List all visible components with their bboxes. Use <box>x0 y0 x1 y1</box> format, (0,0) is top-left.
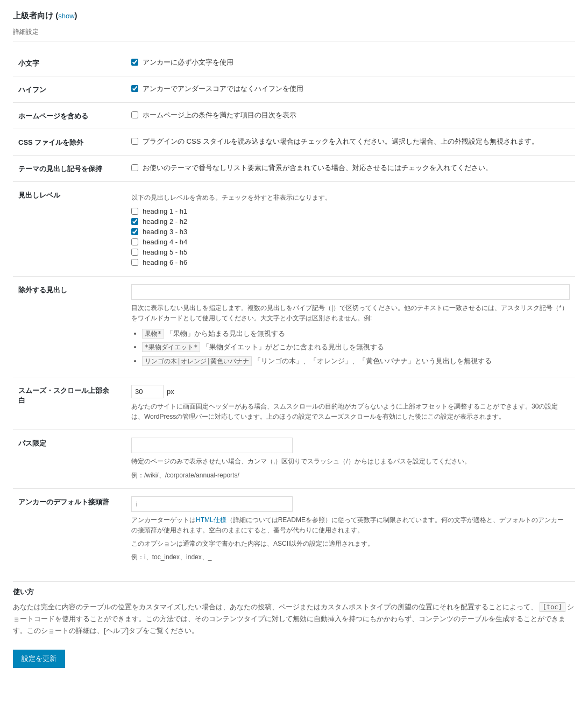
heading-item-4: heading 4 - h4 <box>131 238 570 246</box>
hyphen-checkbox-label[interactable]: アンカーでアンダースコアではなくハイフンを使用 <box>143 84 303 94</box>
heading-label-4[interactable]: heading 4 - h4 <box>143 238 187 246</box>
exclude-heading-label: 除外する見出し <box>13 277 121 377</box>
smooth-scroll-row: スムーズ・スクロール上部余白 px あなたのサイトに画面固定ヘッダーがある場合、… <box>13 377 575 430</box>
path-limit-description: 特定のページのみで表示させたい場合、カンマ（,）区切りでスラッシュ（/）からはじ… <box>131 456 570 467</box>
heading-checkbox-6[interactable] <box>131 259 138 266</box>
anchor-prefix-label: アンカーのデフォルト接頭辞 <box>13 488 121 570</box>
exclude-heading-description: 目次に表示しない見出しを指定します。複数の見出しをパイプ記号（|）で区切ってくだ… <box>131 303 570 323</box>
heading-level-label: 見出しレベル <box>13 182 121 277</box>
include-homepage-row: ホームページを含める ホームページ上の条件を満たす項目の目次を表示 <box>13 103 575 129</box>
usage-title: 使い方 <box>13 587 575 597</box>
exclude-css-value: プラグインの CSS スタイルを読み込まない場合はチェックを入れてください。選択… <box>121 129 575 156</box>
exclude-example-code-3: リンゴの木|オレンジ|黄色いバナナ <box>142 356 252 366</box>
path-limit-example: 例：/wiki/、/corporate/annual-reports/ <box>131 470 570 481</box>
path-limit-value: 特定のページのみで表示させたい場合、カンマ（,）区切りでスラッシュ（/）からはじ… <box>121 430 575 488</box>
include-homepage-checkbox[interactable] <box>131 111 138 118</box>
heading-label-3[interactable]: heading 3 - h3 <box>143 228 187 236</box>
heading-level-description: 以下の見出しレベルを含める。チェックを外すと非表示になります。 <box>131 193 570 203</box>
hyphen-checkbox[interactable] <box>131 85 138 92</box>
heading-label-5[interactable]: heading 5 - h5 <box>143 248 187 256</box>
heading-checkbox-1[interactable] <box>131 208 138 215</box>
exclude-css-label: CSS ファイルを除外 <box>13 129 121 156</box>
lowercase-checkbox[interactable] <box>131 59 138 66</box>
path-limit-input[interactable] <box>131 438 293 453</box>
smooth-scroll-input[interactable] <box>131 385 164 398</box>
heading-item-5: heading 5 - h5 <box>131 248 570 256</box>
exclude-css-row: CSS ファイルを除外 プラグインの CSS スタイルを読み込まない場合はチェッ… <box>13 129 575 156</box>
exclude-example-2: *果物ダイエット* 「果物ダイエット」がどこかに含まれる見出しを無視する <box>142 342 570 353</box>
page-title: 上級者向け (show) <box>13 11 77 20</box>
anchor-prefix-desc3: 例：i、toc_index、index、_ <box>131 552 570 562</box>
exclude-heading-examples: 果物* 「果物」から始まる見出しを無視する*果物ダイエット* 「果物ダイエット」… <box>142 328 570 367</box>
include-homepage-checkbox-label[interactable]: ホームページ上の条件を満たす項目の目次を表示 <box>143 110 296 120</box>
settings-table: 小文字 アンカーに必ず小文字を使用 ハイフン アンカーでアンダースコアではなくハ… <box>13 50 575 571</box>
heading-item-2: heading 2 - h2 <box>131 217 570 226</box>
exclude-example-code-2: *果物ダイエット* <box>142 342 200 352</box>
smooth-scroll-description: あなたのサイトに画面固定ヘッダーがある場合、スムスクロールの目的地がカブらないよ… <box>131 402 570 422</box>
title-text: 上級者向け <box>13 11 53 20</box>
usage-text-1: あなたは完全に内容のテーブルの位置をカスタマイズしたい場合は、あなたの投稿、ペー… <box>13 603 537 611</box>
anchor-prefix-value: アンカーターゲットはHTML仕様（詳細についてはREADMEを参照）に従って英数… <box>121 488 575 570</box>
lowercase-checkbox-label[interactable]: アンカーに必ず小文字を使用 <box>143 58 233 67</box>
path-limit-label: パス限定 <box>13 430 121 488</box>
heading-item-6: heading 6 - h6 <box>131 258 570 266</box>
lowercase-row: 小文字 アンカーに必ず小文字を使用 <box>13 50 575 76</box>
preserve-header-checkbox[interactable] <box>131 164 138 171</box>
heading-item-3: heading 3 - h3 <box>131 228 570 236</box>
heading-levels-container: heading 1 - h1heading 2 - h2heading 3 - … <box>131 207 570 266</box>
anchor-prefix-desc1: アンカーターゲットはHTML仕様（詳細についてはREADMEを参照）に従って英数… <box>131 515 570 536</box>
usage-shortcode: [toc] <box>540 602 565 612</box>
heading-item-1: heading 1 - h1 <box>131 207 570 215</box>
heading-checkbox-5[interactable] <box>131 249 138 256</box>
exclude-heading-row: 除外する見出し 目次に表示しない見出しを指定します。複数の見出しをパイプ記号（|… <box>13 277 575 377</box>
heading-label-6[interactable]: heading 6 - h6 <box>143 258 187 266</box>
anchor-prefix-row: アンカーのデフォルト接頭辞 アンカーターゲットはHTML仕様（詳細についてはRE… <box>13 488 575 570</box>
exclude-example-3: リンゴの木|オレンジ|黄色いバナナ 「リンゴの木」、「オレンジ」、「黄色いバナナ… <box>142 356 570 367</box>
smooth-scroll-value: px あなたのサイトに画面固定ヘッダーがある場合、スムスクロールの目的地がカブら… <box>121 377 575 430</box>
heading-checkbox-2[interactable] <box>131 218 138 225</box>
hyphen-value: アンカーでアンダースコアではなくハイフンを使用 <box>121 76 575 103</box>
path-limit-row: パス限定 特定のページのみで表示させたい場合、カンマ（,）区切りでスラッシュ（/… <box>13 430 575 488</box>
anchor-prefix-input[interactable] <box>131 496 293 512</box>
heading-level-row: 見出しレベル 以下の見出しレベルを含める。チェックを外すと非表示になります。 h… <box>13 182 575 277</box>
heading-level-value: 以下の見出しレベルを含める。チェックを外すと非表示になります。 heading … <box>121 182 575 277</box>
lowercase-label: 小文字 <box>13 50 121 76</box>
exclude-example-1: 果物* 「果物」から始まる見出しを無視する <box>142 328 570 339</box>
detail-settings-label: 詳細設定 <box>13 27 575 41</box>
anchor-html-link[interactable]: HTML仕様 <box>196 516 226 524</box>
save-button[interactable]: 設定を更新 <box>13 650 65 668</box>
anchor-prefix-desc2: このオプションは通常の文字で書かれた内容は、ASCII以外の設定に適用されます。 <box>131 539 570 549</box>
preserve-header-checkbox-label[interactable]: お使いのテーマで番号なしリスト要素に背景が含まれている場合、対応させるにはチェッ… <box>143 163 492 173</box>
exclude-heading-value: 目次に表示しない見出しを指定します。複数の見出しをパイプ記号（|）で区切ってくだ… <box>121 277 575 377</box>
heading-label-1[interactable]: heading 1 - h1 <box>143 207 187 215</box>
exclude-css-checkbox-label[interactable]: プラグインの CSS スタイルを読み込まない場合はチェックを入れてください。選択… <box>143 137 539 146</box>
preserve-header-row: テーマの見出し記号を保持 お使いのテーマで番号なしリスト要素に背景が含まれている… <box>13 156 575 182</box>
exclude-css-checkbox[interactable] <box>131 138 138 145</box>
exclude-example-code-1: 果物* <box>142 329 164 339</box>
usage-text: あなたは完全に内容のテーブルの位置をカスタマイズしたい場合は、あなたの投稿、ペー… <box>13 601 575 637</box>
usage-section: 使い方 あなたは完全に内容のテーブルの位置をカスタマイズしたい場合は、あなたの投… <box>13 581 575 637</box>
heading-checkbox-3[interactable] <box>131 228 138 235</box>
include-homepage-value: ホームページ上の条件を満たす項目の目次を表示 <box>121 103 575 129</box>
exclude-heading-input[interactable] <box>131 284 570 300</box>
preserve-header-label: テーマの見出し記号を保持 <box>13 156 121 182</box>
show-link[interactable]: show <box>58 12 74 20</box>
smooth-scroll-unit: px <box>167 388 174 396</box>
smooth-scroll-label: スムーズ・スクロール上部余白 <box>13 377 121 430</box>
heading-label-2[interactable]: heading 2 - h2 <box>143 217 187 226</box>
include-homepage-label: ホームページを含める <box>13 103 121 129</box>
hyphen-label: ハイフン <box>13 76 121 103</box>
hyphen-row: ハイフン アンカーでアンダースコアではなくハイフンを使用 <box>13 76 575 103</box>
heading-checkbox-4[interactable] <box>131 238 138 245</box>
lowercase-value: アンカーに必ず小文字を使用 <box>121 50 575 76</box>
preserve-header-value: お使いのテーマで番号なしリスト要素に背景が含まれている場合、対応させるにはチェッ… <box>121 156 575 182</box>
